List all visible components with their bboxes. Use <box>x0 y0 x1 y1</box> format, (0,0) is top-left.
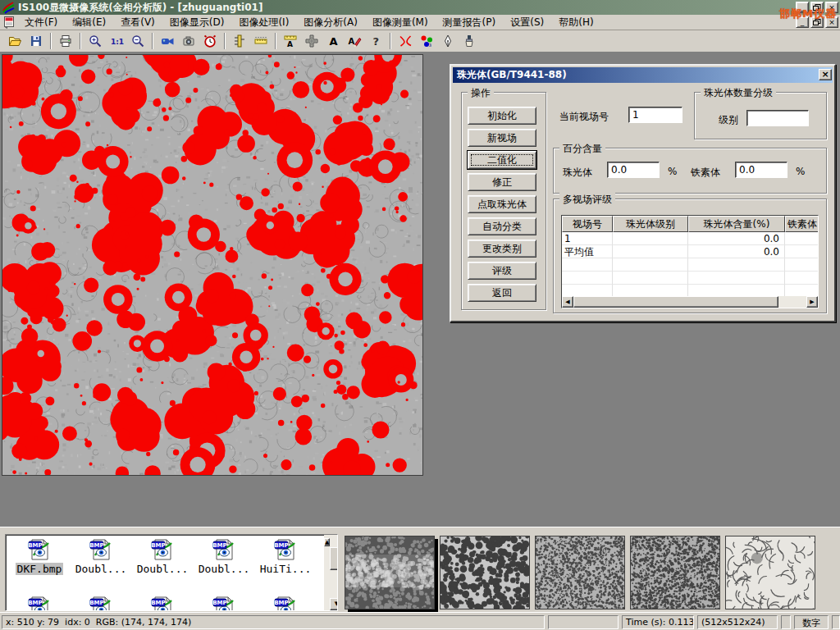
red-curve-icon <box>399 34 413 48</box>
thumbnail-5[interactable] <box>725 536 815 609</box>
menu-file[interactable]: 文件(F) <box>17 16 65 30</box>
level-input[interactable] <box>746 110 809 126</box>
toolbar: 1:1 A A A ? 3 <box>0 30 840 52</box>
pearlite-value-input[interactable] <box>607 162 660 178</box>
svg-text:BMP: BMP <box>89 542 103 549</box>
init-button[interactable]: 初始化 <box>468 107 536 125</box>
file-item[interactable]: BMP Doubl... <box>71 538 131 575</box>
menu-edit[interactable]: 编辑(E) <box>65 16 113 30</box>
menu-report[interactable]: 测量报告(P) <box>436 16 504 30</box>
svg-text:BMP: BMP <box>212 542 226 549</box>
menu-settings[interactable]: 设置(S) <box>503 16 551 30</box>
dialog-close-button[interactable]: × <box>819 69 832 80</box>
bmp-file-icon: BMP <box>273 596 298 611</box>
open-file-button[interactable] <box>4 31 25 51</box>
scroll-down-arrow[interactable]: ▼ <box>330 598 338 610</box>
pen-tool-button[interactable] <box>437 31 459 51</box>
bottom-panel: BMP DKF.bmp BMP Doubl... BMP Doubl... BM… <box>0 527 840 612</box>
cell-ferrite <box>785 232 819 245</box>
menu-image-measure[interactable]: 图像测量(M) <box>365 16 436 30</box>
help-button[interactable]: ? <box>365 31 386 51</box>
camera-icon <box>182 34 195 48</box>
svg-text:BMP: BMP <box>274 600 288 606</box>
toolbar-separator <box>80 33 81 49</box>
menu-view[interactable]: 查看(V) <box>113 16 162 30</box>
current-field-input[interactable] <box>628 107 682 123</box>
cell-content: 0.0 <box>688 245 785 258</box>
file-item[interactable]: BMP DKF.bmp <box>9 538 70 575</box>
print-button[interactable] <box>55 31 76 51</box>
curve-tool-button[interactable] <box>395 31 416 51</box>
menu-image-analysis[interactable]: 图像分析(A) <box>296 16 365 30</box>
grading-table-header: 视场号 珠光体级别 珠光体含量(%) 铁素体 <box>562 216 818 232</box>
grade-button[interactable]: 评级 <box>468 262 536 280</box>
annotate-text-button[interactable]: A <box>344 31 365 51</box>
thumbnail-2[interactable] <box>440 536 530 609</box>
table-row[interactable]: 1 0.0 <box>562 232 818 245</box>
return-button[interactable]: 返回 <box>468 284 536 302</box>
new-field-button[interactable]: 新视场 <box>468 129 536 147</box>
zoom-in-button[interactable] <box>84 31 106 51</box>
svg-text:BMP: BMP <box>28 600 42 606</box>
scroll-up-arrow[interactable]: ▲ <box>324 538 330 546</box>
scroll-thumb[interactable] <box>573 296 778 308</box>
scroll-left-arrow[interactable]: ◀ <box>562 296 573 308</box>
camera-capture-button[interactable] <box>178 31 199 51</box>
file-item[interactable]: BMP <box>255 596 316 611</box>
scroll-thumb[interactable] <box>330 547 338 570</box>
correct-button[interactable]: 修正 <box>468 173 536 191</box>
file-name: Doubl... <box>74 563 129 575</box>
file-item[interactable]: BMP <box>9 596 70 611</box>
video-capture-button[interactable] <box>157 31 178 51</box>
menu-image-display[interactable]: 图像显示(D) <box>162 16 232 30</box>
binarize-button[interactable]: 二值化 <box>468 151 536 169</box>
menu-help[interactable]: 帮助(H) <box>551 16 600 30</box>
scroll-track[interactable] <box>778 296 806 308</box>
ferrite-value-input[interactable] <box>735 162 788 178</box>
save-file-button[interactable] <box>25 31 47 51</box>
thumbnail-1[interactable] <box>345 536 435 609</box>
menu-image-processing[interactable]: 图像处理(I) <box>231 16 296 30</box>
file-item[interactable]: BMP HuiTi... <box>255 538 316 575</box>
alarm-clock-icon <box>203 34 217 48</box>
measure-text-button[interactable]: A <box>280 31 301 51</box>
grid-tool-button[interactable] <box>301 31 322 51</box>
actual-size-button[interactable]: 1:1 <box>106 31 127 51</box>
app-logo-icon <box>2 1 15 14</box>
caliper-tool-button[interactable] <box>229 31 250 51</box>
brush-tool-button[interactable] <box>459 31 480 51</box>
timer-button[interactable] <box>199 31 221 51</box>
scroll-right-arrow[interactable]: ▶ <box>806 296 818 308</box>
file-item[interactable]: BMP Doubl... <box>194 538 254 575</box>
table-row[interactable]: 平均值 0.0 <box>562 245 818 258</box>
zoom-out-button[interactable] <box>127 31 148 51</box>
ruler-tool-button[interactable] <box>250 31 272 51</box>
application-window: IS100显微摄像系统(金相分析版) - [zhuguangti01] _ × … <box>0 0 840 630</box>
metallographic-image[interactable] <box>2 54 423 476</box>
cursor-position-status: x: 510 y: 79 idx: 0 RGB: (174, 174, 174) <box>2 615 545 629</box>
file-item[interactable]: BMP <box>71 596 131 611</box>
cell-grade <box>613 232 688 245</box>
file-item[interactable]: BMP Doubl... <box>132 538 193 575</box>
ruler-icon <box>254 34 267 48</box>
auto-classify-button[interactable]: 自动分类 <box>468 217 536 235</box>
svg-text:?: ? <box>373 35 380 48</box>
dialog-title-bar[interactable]: 珠光体(GB/T9441-88) <box>453 67 833 83</box>
ruler-text-icon: A <box>284 34 297 48</box>
menu-bar: 文件(F) 编辑(E) 查看(V) 图像显示(D) 图像处理(I) 图像分析(A… <box>0 15 840 30</box>
file-item[interactable]: BMP <box>132 596 193 611</box>
file-item[interactable]: BMP <box>194 596 254 611</box>
text-tool-button[interactable]: A <box>322 31 344 51</box>
zoom-out-icon <box>131 34 144 48</box>
thumbnail-3[interactable] <box>535 536 625 609</box>
bmp-file-icon: BMP <box>89 596 113 611</box>
toolbar-separator <box>224 33 226 49</box>
file-name: Doubl... <box>197 563 252 575</box>
change-class-button[interactable]: 更改类别 <box>468 240 536 258</box>
classify-markers-button[interactable]: 3 <box>416 31 437 51</box>
ferrite-label: 铁素体 <box>691 166 720 180</box>
thumbnail-4[interactable] <box>630 536 720 609</box>
svg-text:BMP: BMP <box>89 600 103 606</box>
col-field-number: 视场号 <box>562 216 613 232</box>
pick-pearlite-button[interactable]: 点取珠光体 <box>468 195 536 213</box>
